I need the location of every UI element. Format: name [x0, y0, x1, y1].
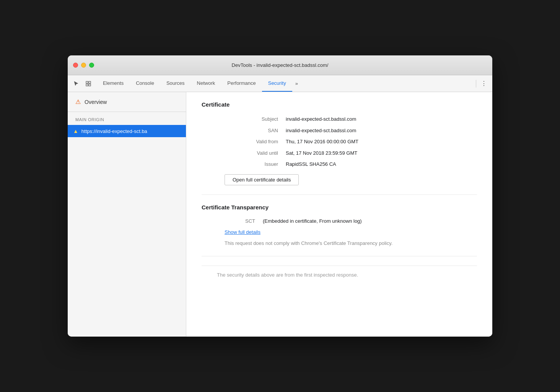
tab-performance[interactable]: Performance: [221, 75, 262, 92]
issuer-value: RapidSSL SHA256 CA: [286, 160, 454, 168]
traffic-lights: [73, 63, 94, 68]
open-certificate-button[interactable]: Open full certificate details: [225, 174, 299, 185]
subject-value: invalid-expected-sct.badssl.com: [286, 115, 454, 123]
sidebar: ⚠ Overview Main origin ▲ https://invalid…: [68, 92, 186, 337]
toolbar-icons: [71, 78, 94, 89]
close-button[interactable]: [73, 63, 78, 68]
window-title: DevTools - invalid-expected-sct.badssl.c…: [232, 62, 329, 68]
valid-until-label: Valid until: [225, 149, 286, 157]
issuer-label: Issuer: [225, 160, 286, 168]
tab-console[interactable]: Console: [130, 75, 160, 92]
transparency-table: SCT (Embedded in certificate, From unkno…: [225, 218, 477, 224]
layers-icon[interactable]: [83, 78, 94, 89]
subject-label: Subject: [225, 115, 286, 123]
san-label: SAN: [225, 127, 286, 134]
certificate-title: Certificate: [202, 101, 477, 108]
cursor-icon[interactable]: [71, 78, 81, 89]
tab-security[interactable]: Security: [262, 75, 292, 92]
transparency-warning: This request does not comply with Chrome…: [225, 240, 439, 247]
overview-label: Overview: [85, 99, 107, 105]
svg-rect-3: [89, 84, 91, 86]
toolbar-separator: [476, 80, 476, 87]
warning-icon: ⚠: [75, 98, 81, 105]
tab-more[interactable]: »: [292, 75, 301, 92]
main-content: ⚠ Overview Main origin ▲ https://invalid…: [68, 92, 492, 337]
show-full-details-link[interactable]: Show full details: [225, 229, 477, 235]
footer-note: The security details above are from the …: [202, 266, 477, 284]
toolbar: Elements Console Sources Network Perform…: [68, 75, 492, 92]
origin-url: https://invalid-expected-sct.ba: [81, 128, 147, 134]
svg-rect-0: [86, 81, 88, 83]
tab-elements[interactable]: Elements: [97, 75, 130, 92]
devtools-window: DevTools - invalid-expected-sct.badssl.c…: [68, 55, 492, 337]
sidebar-section-label: Main origin: [68, 112, 186, 125]
sct-value: (Embedded in certificate, From unknown l…: [263, 218, 477, 224]
svg-rect-1: [89, 81, 91, 83]
transparency-section: Certificate Transparency SCT (Embedded i…: [202, 204, 477, 257]
tab-sources[interactable]: Sources: [160, 75, 191, 92]
sct-label: SCT: [225, 218, 263, 224]
san-value: invalid-expected-sct.badssl.com: [286, 127, 454, 134]
maximize-button[interactable]: [89, 63, 94, 68]
transparency-title: Certificate Transparency: [202, 204, 477, 211]
tab-network[interactable]: Network: [191, 75, 221, 92]
certificate-table: Subject invalid-expected-sct.badssl.com …: [225, 115, 454, 168]
tabs: Elements Console Sources Network Perform…: [97, 75, 474, 92]
svg-rect-2: [86, 84, 88, 86]
overview-item[interactable]: ⚠ Overview: [68, 92, 186, 112]
valid-until-value: Sat, 17 Nov 2018 23:59:59 GMT: [286, 149, 454, 157]
toolbar-menu-button[interactable]: ⋮: [479, 78, 489, 89]
right-panel: Certificate Subject invalid-expected-sct…: [186, 92, 492, 337]
valid-from-label: Valid from: [225, 138, 286, 146]
minimize-button[interactable]: [81, 63, 86, 68]
titlebar: DevTools - invalid-expected-sct.badssl.c…: [68, 55, 492, 75]
toolbar-right: ⋮: [474, 78, 489, 89]
valid-from-value: Thu, 17 Nov 2016 00:00:00 GMT: [286, 138, 454, 146]
certificate-section: Certificate Subject invalid-expected-sct…: [202, 101, 477, 195]
origin-item[interactable]: ▲ https://invalid-expected-sct.ba: [68, 125, 186, 137]
origin-warning-icon: ▲: [73, 128, 78, 134]
